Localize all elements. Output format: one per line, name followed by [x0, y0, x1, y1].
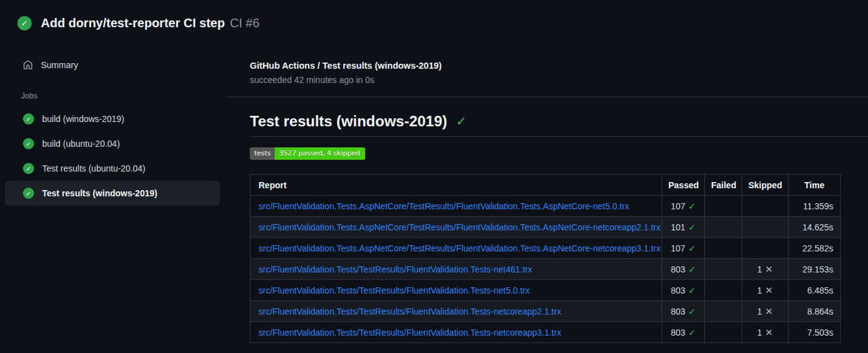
report-link[interactable]: src/FluentValidation.Tests/TestResults/F… — [259, 307, 561, 316]
sidebar-job-item[interactable]: ✓ Test results (ubuntu-20.04) — [5, 156, 220, 181]
check-run-status: succeeded 42 minutes ago in 0s — [250, 75, 868, 85]
section-title: Test results (windows-2019) — [250, 113, 447, 130]
time-value: 7.503s — [807, 328, 833, 338]
badge-label: tests — [250, 147, 275, 160]
passed-check-icon: ✓ — [688, 307, 696, 316]
report-link[interactable]: src/FluentValidation.Tests/TestResults/F… — [259, 328, 561, 338]
main-content: GitHub Actions / Test results (windows-2… — [226, 56, 868, 343]
job-success-check-icon: ✓ — [23, 138, 34, 149]
table-row: src/FluentValidation.Tests/TestResults/F… — [250, 280, 841, 301]
passed-count: 107 — [671, 201, 685, 211]
skipped-cross-icon: ✕ — [765, 327, 773, 338]
skipped-count: 1 — [757, 328, 762, 338]
column-header-skipped: Skipped — [742, 175, 789, 196]
passed-check-icon: ✓ — [688, 222, 696, 232]
time-value: 29.153s — [802, 264, 833, 274]
skipped-count: 1 — [757, 264, 762, 274]
column-header-failed: Failed — [705, 175, 742, 196]
sidebar-job-item[interactable]: ✓ build (ubuntu-20.04) — [5, 131, 220, 156]
table-row: src/FluentValidation.Tests.AspNetCore/Te… — [250, 238, 841, 259]
summary-label: Summary — [41, 60, 78, 70]
report-link[interactable]: src/FluentValidation.Tests/TestResults/F… — [259, 264, 532, 274]
table-row: src/FluentValidation.Tests.AspNetCore/Te… — [250, 217, 841, 238]
passed-count: 107 — [671, 243, 685, 253]
badge-value: 3527 passed, 4 skipped — [275, 147, 365, 160]
job-success-check-icon: ✓ — [23, 188, 34, 199]
sidebar-job-item[interactable]: ✓ build (windows-2019) — [5, 107, 220, 131]
sidebar-item-summary[interactable]: Summary — [0, 56, 226, 74]
passed-count: 803 — [671, 285, 685, 295]
table-row: src/FluentValidation.Tests/TestResults/F… — [250, 322, 841, 343]
section-heading: Test results (windows-2019) ✓ — [250, 113, 868, 130]
run-number: CI #6 — [230, 16, 260, 30]
report-link[interactable]: src/FluentValidation.Tests.AspNetCore/Te… — [259, 222, 660, 232]
run-header: ✓ Add dorny/test-reporter CI step CI #6 — [0, 0, 868, 30]
tests-badge: tests 3527 passed, 4 skipped — [250, 147, 365, 160]
report-link[interactable]: src/FluentValidation.Tests.AspNetCore/Te… — [259, 243, 660, 253]
job-label: build (windows-2019) — [42, 114, 124, 124]
skipped-count: 1 — [757, 285, 762, 295]
column-header-passed: Passed — [662, 175, 705, 196]
test-results-table: Report Passed Failed Skipped Time src/Fl… — [250, 174, 841, 343]
sidebar: Summary Jobs ✓ build (windows-2019) ✓ bu… — [0, 56, 226, 206]
passed-check-icon: ✓ — [688, 201, 696, 211]
section-success-check-icon: ✓ — [456, 114, 467, 129]
table-row: src/FluentValidation.Tests/TestResults/F… — [250, 259, 841, 280]
section-divider — [250, 136, 868, 137]
check-run-title: GitHub Actions / Test results (windows-2… — [250, 61, 868, 71]
table-row: src/FluentValidation.Tests/TestResults/F… — [250, 301, 841, 322]
header-divider — [226, 97, 868, 97]
passed-check-icon: ✓ — [688, 243, 696, 253]
job-label: build (ubuntu-20.04) — [42, 139, 120, 149]
skipped-cross-icon: ✕ — [765, 264, 773, 275]
passed-check-icon: ✓ — [688, 328, 696, 338]
sidebar-job-item[interactable]: ✓ Test results (windows-2019) — [5, 181, 220, 206]
report-link[interactable]: src/FluentValidation.Tests/TestResults/F… — [259, 285, 530, 295]
skipped-count: 1 — [757, 307, 762, 316]
passed-count: 803 — [671, 264, 685, 274]
report-link[interactable]: src/FluentValidation.Tests.AspNetCore/Te… — [259, 201, 629, 211]
table-header-row: Report Passed Failed Skipped Time — [250, 175, 841, 196]
passed-check-icon: ✓ — [688, 285, 696, 295]
job-label: Test results (windows-2019) — [42, 188, 157, 198]
time-value: 6.485s — [807, 285, 833, 295]
run-title: Add dorny/test-reporter CI step — [41, 16, 225, 30]
time-value: 14.625s — [802, 222, 833, 232]
skipped-cross-icon: ✕ — [765, 285, 773, 296]
table-body: src/FluentValidation.Tests.AspNetCore/Te… — [250, 196, 841, 343]
job-label: Test results (ubuntu-20.04) — [42, 163, 146, 173]
passed-count: 803 — [671, 307, 685, 316]
job-success-check-icon: ✓ — [23, 113, 34, 124]
column-header-report: Report — [250, 175, 662, 196]
job-list: ✓ build (windows-2019) ✓ build (ubuntu-2… — [0, 107, 226, 206]
passed-check-icon: ✓ — [688, 264, 696, 274]
home-icon — [23, 60, 33, 70]
passed-count: 803 — [671, 328, 685, 338]
column-header-time: Time — [789, 175, 841, 196]
job-success-check-icon: ✓ — [23, 163, 34, 174]
time-value: 11.359s — [803, 201, 833, 211]
table-row: src/FluentValidation.Tests.AspNetCore/Te… — [250, 196, 841, 217]
skipped-cross-icon: ✕ — [765, 306, 773, 317]
run-success-check-icon: ✓ — [17, 16, 32, 30]
passed-count: 101 — [671, 222, 685, 232]
time-value: 8.864s — [807, 307, 833, 316]
time-value: 22.582s — [802, 243, 833, 253]
jobs-section-label: Jobs — [0, 74, 226, 107]
